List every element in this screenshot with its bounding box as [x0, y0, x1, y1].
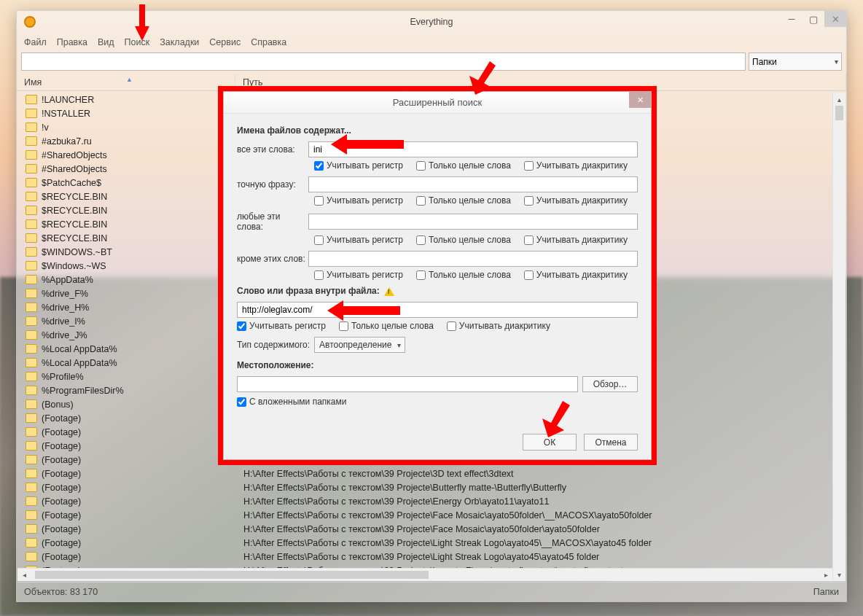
group-filenames-label: Имена файлов содержат... — [237, 125, 638, 136]
case-checkbox-2[interactable]: Учитывать регистр — [314, 195, 403, 206]
subfolders-checkbox[interactable]: С вложенными папками — [237, 397, 346, 407]
content-wholewords-checkbox[interactable]: Только целые слова — [339, 321, 434, 331]
menu-view[interactable]: Вид — [98, 37, 114, 47]
diacritics-checkbox-1[interactable]: Учитывать диакритику — [524, 160, 628, 171]
folder-icon — [26, 289, 37, 298]
menu-help[interactable]: Справка — [251, 37, 286, 47]
list-item[interactable]: (Footage)H:\After Effects\Работы с текст… — [17, 480, 846, 494]
all-words-input[interactable] — [308, 141, 638, 157]
folder-icon — [26, 219, 37, 229]
list-item[interactable]: (Footage)H:\After Effects\Работы с текст… — [17, 522, 846, 536]
location-input[interactable] — [237, 376, 578, 392]
any-words-label: любые эти слова: — [237, 211, 308, 232]
minimize-button[interactable]: ─ — [781, 11, 803, 27]
menu-edit[interactable]: Правка — [57, 37, 87, 47]
list-item[interactable]: (Footage)H:\After Effects\Работы с текст… — [17, 467, 846, 480]
content-case-checkbox[interactable]: Учитывать регистр — [237, 321, 326, 331]
item-name: (Footage) — [42, 469, 240, 479]
item-name: #SharedObjects — [42, 164, 240, 174]
scrollbar-horizontal[interactable]: ◂ ▸ — [17, 568, 832, 581]
list-item[interactable]: (Footage)H:\After Effects\Работы с текст… — [17, 494, 846, 508]
menu-search[interactable]: Поиск — [125, 37, 150, 47]
scroll-right-icon[interactable]: ▸ — [819, 569, 832, 581]
group-location-label: Местоположение: — [237, 360, 638, 370]
item-name: (Footage) — [42, 483, 240, 493]
scroll-down-icon[interactable]: ▾ — [833, 568, 846, 581]
dialog-close-button[interactable]: ✕ — [629, 92, 651, 108]
content-diacritics-checkbox[interactable]: Учитывать диакритику — [447, 321, 550, 331]
item-name: %drive_H% — [42, 303, 240, 313]
advanced-search-dialog: Расширенный поиск ✕ Имена файлов содержа… — [223, 91, 652, 460]
group-content-label: Слово или фраза внутри файла: — [237, 286, 638, 296]
item-path: H:\After Effects\Работы с текстом\39 Pro… — [240, 496, 846, 507]
folder-icon — [26, 261, 37, 270]
folder-icon — [26, 95, 37, 104]
content-input[interactable] — [237, 302, 638, 318]
search-input[interactable] — [21, 52, 746, 71]
wholewords-checkbox-1[interactable]: Только целые слова — [416, 160, 511, 171]
warning-icon — [384, 287, 394, 296]
menu-bookmarks[interactable]: Закладки — [160, 37, 199, 47]
sort-asc-icon: ▲ — [126, 76, 133, 83]
filter-select[interactable]: Папки — [749, 52, 842, 71]
item-name: %ProgramFilesDir% — [42, 386, 240, 396]
folder-icon — [26, 344, 37, 354]
folder-icon — [26, 413, 37, 423]
wholewords-checkbox-2[interactable]: Только целые слова — [416, 195, 511, 206]
ok-button[interactable]: ОК — [523, 434, 577, 451]
item-name: (Footage) — [42, 524, 240, 534]
item-name: %Local AppData% — [42, 358, 240, 368]
cancel-button[interactable]: Отмена — [584, 434, 638, 451]
item-name: $WINDOWS.~BT — [42, 247, 240, 257]
wholewords-checkbox-3[interactable]: Только целые слова — [416, 235, 511, 245]
any-words-input[interactable] — [308, 214, 638, 230]
folder-icon — [26, 496, 37, 506]
item-name: #SharedObjects — [42, 150, 240, 160]
case-checkbox-4[interactable]: Учитывать регистр — [314, 270, 403, 280]
folder-icon — [26, 441, 37, 451]
folder-icon — [26, 233, 37, 243]
list-item[interactable]: (Footage)H:\After Effects\Работы с текст… — [17, 550, 846, 564]
scrollbar-thumb-h[interactable] — [35, 571, 429, 579]
scroll-up-icon[interactable]: ▴ — [833, 93, 846, 106]
column-name[interactable]: Имя ▲ — [17, 74, 235, 90]
exact-phrase-input[interactable] — [308, 176, 638, 192]
all-words-label: все эти слова: — [237, 144, 308, 155]
folder-icon — [26, 178, 37, 187]
case-checkbox-1[interactable]: Учитывать регистр — [314, 160, 403, 171]
menu-tools[interactable]: Сервис — [209, 37, 241, 47]
wholewords-checkbox-4[interactable]: Только целые слова — [416, 270, 511, 280]
diacritics-checkbox-3[interactable]: Учитывать диакритику — [524, 235, 628, 245]
scrollbar-thumb[interactable] — [835, 106, 843, 120]
item-name: !LAUNCHER — [42, 95, 240, 105]
close-button[interactable]: ✕ — [824, 11, 846, 27]
item-name: (Footage) — [42, 552, 240, 562]
exact-phrase-label: точную фразу: — [237, 179, 308, 190]
folder-icon — [26, 122, 37, 132]
window-buttons: ─ ▢ ✕ — [781, 11, 846, 27]
folder-icon — [26, 483, 37, 492]
item-name: $RECYCLE.BIN — [42, 192, 240, 202]
folder-icon — [26, 399, 37, 409]
list-item[interactable]: (Footage)H:\After Effects\Работы с текст… — [17, 536, 846, 550]
browse-button[interactable]: Обзор… — [582, 376, 638, 392]
folder-icon — [26, 192, 37, 201]
folder-icon — [26, 552, 37, 561]
item-name: %Profile% — [42, 372, 240, 382]
none-words-input[interactable] — [308, 251, 638, 267]
maximize-button[interactable]: ▢ — [803, 11, 824, 27]
diacritics-checkbox-4[interactable]: Учитывать диакритику — [524, 270, 628, 280]
item-path: H:\After Effects\Работы с текстом\39 Pro… — [240, 469, 846, 479]
list-item[interactable]: (Footage)H:\After Effects\Работы с текст… — [17, 508, 846, 522]
item-name: #azbuka7.ru — [42, 136, 240, 147]
item-path: H:\After Effects\Работы с текстом\39 Pro… — [240, 483, 846, 493]
folder-icon — [26, 109, 37, 118]
folder-icon — [26, 538, 37, 547]
scroll-left-icon[interactable]: ◂ — [17, 569, 31, 581]
content-type-select[interactable]: Автоопределение — [314, 337, 405, 353]
folder-icon — [26, 386, 37, 395]
menu-file[interactable]: Файл — [24, 37, 47, 47]
case-checkbox-3[interactable]: Учитывать регистр — [314, 235, 403, 245]
scrollbar-vertical[interactable]: ▴ ▾ — [832, 93, 846, 581]
diacritics-checkbox-2[interactable]: Учитывать диакритику — [524, 195, 628, 206]
